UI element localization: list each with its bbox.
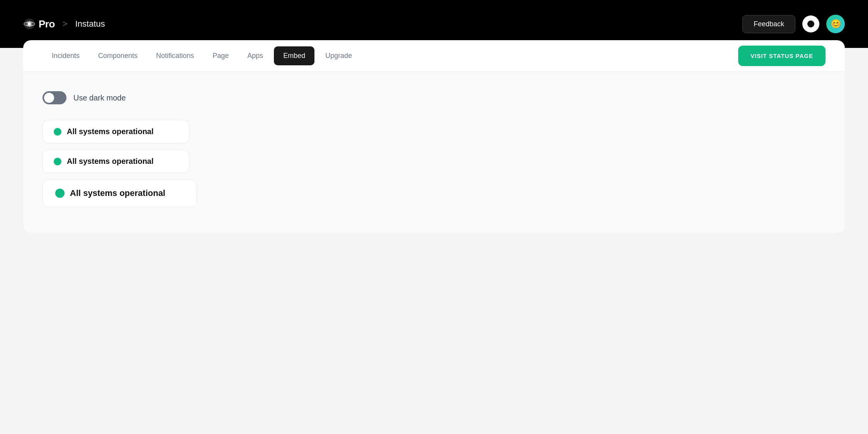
- tab-embed[interactable]: Embed: [274, 46, 314, 65]
- tab-upgrade[interactable]: Upgrade: [316, 40, 361, 71]
- status-badge-3: All systems operational: [42, 179, 197, 207]
- status-dot-3: [55, 189, 65, 198]
- main-card: Incidents Components Notifications Page …: [23, 40, 845, 233]
- project-name: Instatus: [75, 19, 105, 29]
- svg-point-2: [28, 22, 31, 26]
- notification-icon[interactable]: [802, 15, 819, 32]
- avatar[interactable]: 😊: [826, 15, 845, 33]
- status-text-2: All systems operational: [67, 157, 154, 166]
- tab-incidents[interactable]: Incidents: [42, 40, 89, 71]
- dark-mode-label: Use dark mode: [73, 94, 126, 102]
- breadcrumb-separator: >: [63, 19, 68, 29]
- topbar-left: Pro > Instatus: [23, 18, 742, 30]
- status-badge-1: All systems operational: [42, 120, 189, 143]
- avatar-emoji: 😊: [831, 19, 841, 29]
- pro-label: Pro: [39, 18, 55, 30]
- nav-tabs: Incidents Components Notifications Page …: [23, 40, 845, 72]
- logo-icon: [23, 18, 36, 30]
- status-text-3: All systems operational: [70, 188, 165, 198]
- tab-apps[interactable]: Apps: [238, 40, 272, 71]
- notification-inner-dot: [807, 20, 814, 27]
- tab-notifications[interactable]: Notifications: [147, 40, 203, 71]
- status-badge-2: All systems operational: [42, 150, 189, 173]
- feedback-button[interactable]: Feedback: [742, 15, 795, 33]
- dark-mode-row: Use dark mode: [42, 91, 826, 104]
- logo-area: Pro: [23, 18, 55, 30]
- toggle-knob: [44, 93, 54, 103]
- status-dot-1: [54, 128, 61, 136]
- topbar-right: Feedback 😊: [742, 15, 845, 33]
- status-dot-2: [54, 158, 61, 165]
- tab-components[interactable]: Components: [89, 40, 147, 71]
- visit-status-page-button[interactable]: VISIT STATUS PAGE: [738, 46, 826, 66]
- tab-page[interactable]: Page: [203, 40, 238, 71]
- dark-mode-toggle[interactable]: [42, 91, 66, 104]
- content-area: Use dark mode All systems operational Al…: [23, 72, 845, 233]
- status-text-1: All systems operational: [67, 127, 154, 136]
